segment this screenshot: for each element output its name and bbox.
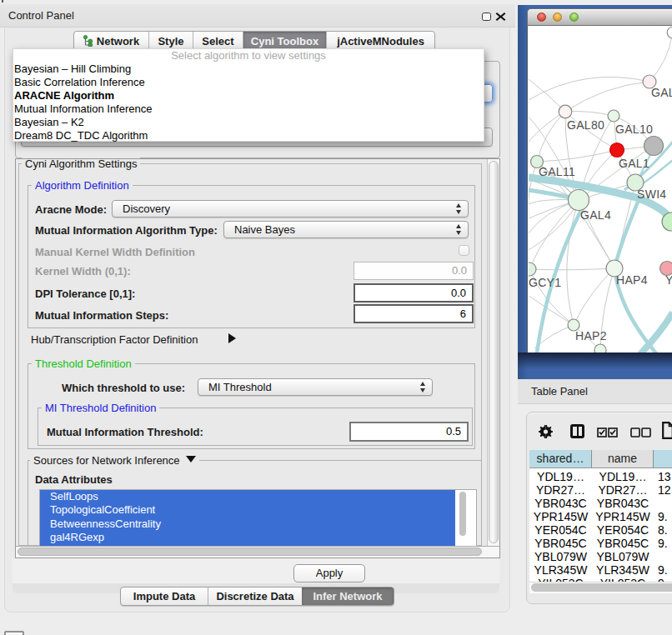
svg-text:GAL2: GAL2 bbox=[651, 86, 672, 99]
svg-text:SWI4: SWI4 bbox=[637, 188, 666, 201]
svg-text:GAL10: GAL10 bbox=[615, 122, 653, 136]
svg-text:YM: YM bbox=[665, 273, 672, 287]
svg-text:HAP4: HAP4 bbox=[616, 273, 648, 287]
svg-text:GAL4: GAL4 bbox=[580, 208, 611, 222]
svg-text:GAL11: GAL11 bbox=[539, 165, 575, 178]
svg-text:GCY1: GCY1 bbox=[529, 276, 561, 289]
svg-text:GAL80: GAL80 bbox=[567, 118, 604, 132]
svg-text:HAP2: HAP2 bbox=[575, 329, 607, 342]
svg-text:GAL1: GAL1 bbox=[619, 157, 649, 170]
